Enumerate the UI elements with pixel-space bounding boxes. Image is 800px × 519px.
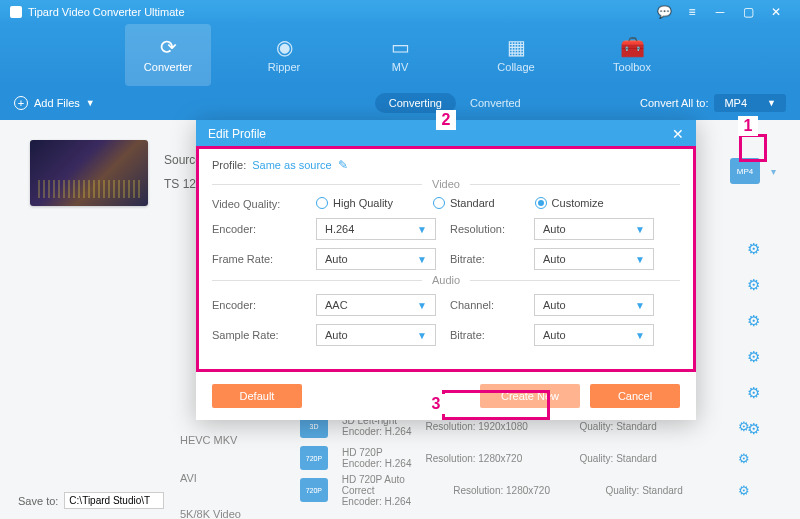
chevron-down-icon: ▼ xyxy=(767,98,776,108)
sub-bar: + Add Files ▼ Converting Converted Conve… xyxy=(0,86,800,120)
edit-pencil-icon[interactable]: ✎ xyxy=(338,158,348,172)
profile-encoder: Encoder: H.264 xyxy=(342,458,412,469)
app-title: Tipard Video Converter Ultimate xyxy=(28,6,650,18)
settings-gear-icon[interactable]: ⚙ xyxy=(747,276,760,294)
convert-all-label: Convert All to: xyxy=(640,97,708,109)
radio-icon xyxy=(433,197,445,209)
create-new-button[interactable]: Create New xyxy=(480,384,580,408)
settings-gear-icon[interactable]: ⚙ xyxy=(747,348,760,366)
cancel-button[interactable]: Cancel xyxy=(590,384,680,408)
nav-label: Toolbox xyxy=(613,61,651,73)
converter-icon: ⟳ xyxy=(160,37,177,57)
select-video-encoder[interactable]: H.264▼ xyxy=(316,218,436,240)
tab-converted[interactable]: Converted xyxy=(456,93,535,113)
profile-row[interactable]: 720P HD 720P Encoder: H.264 Resolution: … xyxy=(160,442,760,474)
toolbox-icon: 🧰 xyxy=(620,37,645,57)
annotation-number-2: 2 xyxy=(436,110,456,130)
profile-row[interactable]: 720P HD 720P Auto Correct Encoder: H.264… xyxy=(160,474,760,506)
minimize-button[interactable]: ─ xyxy=(706,5,734,19)
profile-thumb-icon: 720P xyxy=(300,478,328,502)
collage-icon: ▦ xyxy=(507,37,526,57)
annotation-number-1: 1 xyxy=(738,116,758,136)
chevron-down-icon: ▼ xyxy=(86,98,95,108)
profile-thumb-icon: 720P xyxy=(300,446,328,470)
menu-icon[interactable]: ≡ xyxy=(678,5,706,19)
nav-label: Collage xyxy=(497,61,534,73)
format-list: HEVC MKV AVI 5K/8K Video 3D 3D Left-righ… xyxy=(160,410,760,506)
profile-label: Profile: xyxy=(212,159,246,171)
settings-gear-icon[interactable]: ⚙ xyxy=(747,240,760,258)
category-5k8k[interactable]: 5K/8K Video xyxy=(180,498,241,519)
nav-collage[interactable]: ▦ Collage xyxy=(473,24,559,86)
category-hevc-mkv[interactable]: HEVC MKV xyxy=(180,424,237,456)
label-bitrate: Bitrate: xyxy=(450,253,520,265)
radio-standard[interactable]: Standard xyxy=(433,197,495,209)
select-audio-encoder[interactable]: AAC▼ xyxy=(316,294,436,316)
radio-high-quality[interactable]: High Quality xyxy=(316,197,393,209)
select-frame-rate[interactable]: Auto▼ xyxy=(316,248,436,270)
profile-quality: Quality: Standard xyxy=(580,453,700,464)
close-button[interactable]: ✕ xyxy=(762,5,790,19)
default-button[interactable]: Default xyxy=(212,384,302,408)
save-to-input[interactable] xyxy=(64,492,164,509)
label-encoder: Encoder: xyxy=(212,223,302,235)
video-thumbnail[interactable] xyxy=(30,140,148,206)
modal-close-button[interactable]: ✕ xyxy=(672,126,684,142)
nav-label: Converter xyxy=(144,61,192,73)
profile-encoder: Encoder: H.264 xyxy=(342,426,412,437)
profile-name: HD 720P Auto Correct xyxy=(342,474,440,496)
chevron-down-icon: ▼ xyxy=(635,254,645,265)
settings-gear-icon[interactable]: ⚙ xyxy=(747,384,760,402)
save-to-control: Save to: xyxy=(18,492,164,509)
profile-resolution: Resolution: 1280x720 xyxy=(453,485,591,496)
select-sample-rate[interactable]: Auto▼ xyxy=(316,324,436,346)
profile-encoder: Encoder: H.264 xyxy=(342,496,440,507)
label-resolution: Resolution: xyxy=(450,223,520,235)
category-avi[interactable]: AVI xyxy=(180,462,197,494)
add-files-button[interactable]: + Add Files ▼ xyxy=(14,96,95,110)
profile-quality: Quality: Standard xyxy=(605,485,724,496)
chevron-down-icon: ▼ xyxy=(635,330,645,341)
label-bitrate: Bitrate: xyxy=(450,329,520,341)
annotation-box-gear xyxy=(739,134,767,162)
radio-icon xyxy=(316,197,328,209)
chevron-down-icon: ▾ xyxy=(771,166,776,177)
label-video-quality: Video Quality: xyxy=(212,198,302,210)
nav-label: Ripper xyxy=(268,61,300,73)
settings-gear-icon[interactable]: ⚙ xyxy=(738,419,750,434)
add-files-label: Add Files xyxy=(34,97,80,109)
maximize-button[interactable]: ▢ xyxy=(734,5,762,19)
settings-gear-icon[interactable]: ⚙ xyxy=(738,483,750,498)
chevron-down-icon: ▼ xyxy=(635,300,645,311)
nav-toolbox[interactable]: 🧰 Toolbox xyxy=(589,24,675,86)
app-logo-icon xyxy=(10,6,22,18)
select-resolution[interactable]: Auto▼ xyxy=(534,218,654,240)
annotation-number-3: 3 xyxy=(426,394,446,414)
convert-all-dropdown[interactable]: MP4 ▼ xyxy=(714,94,786,112)
profile-quality: Quality: Standard xyxy=(580,421,700,432)
feedback-icon[interactable]: 💬 xyxy=(650,5,678,19)
badge-label: MP4 xyxy=(737,167,753,176)
select-channel[interactable]: Auto▼ xyxy=(534,294,654,316)
settings-gear-icon[interactable]: ⚙ xyxy=(747,312,760,330)
audio-section-title: Audio xyxy=(212,274,680,286)
modal-title: Edit Profile xyxy=(208,127,266,141)
video-section-title: Video xyxy=(212,178,680,190)
profile-resolution: Resolution: 1920x1080 xyxy=(426,421,566,432)
select-video-bitrate[interactable]: Auto▼ xyxy=(534,248,654,270)
gear-column: ⚙ ⚙ ⚙ ⚙ ⚙ ⚙ xyxy=(747,240,760,438)
main-nav: ⟳ Converter ◉ Ripper ▭ MV ▦ Collage 🧰 To… xyxy=(0,24,800,86)
convert-all-value: MP4 xyxy=(724,97,747,109)
nav-converter[interactable]: ⟳ Converter xyxy=(125,24,211,86)
label-sample-rate: Sample Rate: xyxy=(212,329,302,341)
radio-customize[interactable]: Customize xyxy=(535,197,604,209)
profile-resolution: Resolution: 1280x720 xyxy=(426,453,566,464)
label-frame-rate: Frame Rate: xyxy=(212,253,302,265)
nav-ripper[interactable]: ◉ Ripper xyxy=(241,24,327,86)
profile-name: HD 720P xyxy=(342,447,412,458)
select-audio-bitrate[interactable]: Auto▼ xyxy=(534,324,654,346)
chevron-down-icon: ▼ xyxy=(417,330,427,341)
convert-all-control: Convert All to: MP4 ▼ xyxy=(640,94,786,112)
settings-gear-icon[interactable]: ⚙ xyxy=(738,451,750,466)
nav-mv[interactable]: ▭ MV xyxy=(357,24,443,86)
